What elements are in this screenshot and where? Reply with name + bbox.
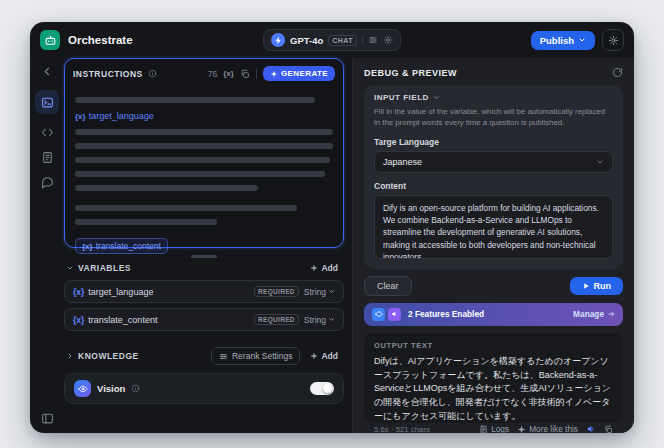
add-knowledge-button[interactable]: Add xyxy=(306,349,342,363)
debug-title: DEBUG & PREVIEW xyxy=(364,68,457,78)
plus-icon xyxy=(310,264,318,272)
skeleton-line xyxy=(75,219,217,225)
chevron-down-icon xyxy=(578,36,586,44)
add-label: Add xyxy=(321,263,338,273)
publish-button[interactable]: Publish xyxy=(531,31,595,50)
add-variable-button[interactable]: Add xyxy=(306,261,342,275)
generate-label: GENERATE xyxy=(281,69,328,78)
instructions-card: INSTRUCTIONS 76 {x} GENERATE xyxy=(64,58,344,248)
vision-toggle[interactable] xyxy=(310,382,334,395)
chevron-down-icon[interactable] xyxy=(66,264,74,272)
back-arrow-icon[interactable] xyxy=(41,65,54,78)
logs-button[interactable]: Logs xyxy=(479,424,509,433)
dify-logo-icon[interactable] xyxy=(40,30,60,50)
speaker-icon[interactable] xyxy=(586,424,596,433)
add-label: Add xyxy=(321,351,338,361)
generate-button[interactable]: GENERATE xyxy=(263,66,335,81)
insert-variable-icon[interactable]: {x} xyxy=(223,69,234,78)
variable-type-select[interactable]: String xyxy=(304,287,335,297)
chevron-down-icon xyxy=(433,94,440,101)
knowledge-actions: Rerank Settings Add xyxy=(211,347,342,365)
variable-type-select[interactable]: String xyxy=(304,315,335,325)
debug-actions: Clear Run xyxy=(364,276,623,296)
debug-header: DEBUG & PREVIEW xyxy=(364,67,623,78)
plus-icon xyxy=(310,352,318,360)
content-label: Content xyxy=(374,181,613,191)
input-field-title: INPUT FIELD xyxy=(374,93,429,102)
gear-icon xyxy=(608,35,619,46)
window-body: INSTRUCTIONS 76 {x} GENERATE xyxy=(30,58,634,433)
skeleton-line xyxy=(75,129,333,135)
document-icon xyxy=(41,151,54,164)
model-selector[interactable]: GPT-4o CHAT xyxy=(263,29,401,51)
variable-type: String xyxy=(304,315,326,325)
required-badge: REQUIRED xyxy=(254,314,299,325)
debug-panel: DEBUG & PREVIEW INPUT FIELD Fill in the … xyxy=(352,58,634,433)
variable-type: String xyxy=(304,287,326,297)
chevron-down-icon xyxy=(328,316,335,323)
more-like-this-button[interactable]: More like this xyxy=(517,424,578,433)
chevron-right-icon[interactable] xyxy=(66,352,74,360)
titlebar-actions: Publish xyxy=(531,29,624,51)
feature-vision-icon xyxy=(372,308,385,321)
divider xyxy=(362,35,363,45)
logs-label: Logs xyxy=(491,424,509,433)
target-language-select[interactable]: Japanese xyxy=(374,151,613,173)
skeleton-line xyxy=(75,205,297,211)
titlebar: Orchestrate GPT-4o CHAT Publish xyxy=(30,22,634,58)
variable-row-meta: REQUIRED String xyxy=(254,314,335,325)
variable-icon: {x} xyxy=(82,242,93,251)
terminal-icon xyxy=(41,96,54,109)
model-params-icon[interactable] xyxy=(368,35,378,45)
manage-features-button[interactable]: Manage xyxy=(573,309,615,319)
rerank-label: Rerank Settings xyxy=(232,351,292,361)
output-text: Difyは、AIアプリケーションを構築するためのオープンソースプラットフォームで… xyxy=(374,355,613,425)
app-settings-button[interactable] xyxy=(602,29,624,51)
sidebar-item-annotation[interactable] xyxy=(41,176,54,189)
prompt-editor[interactable]: {x} target_language {x} translate_conten… xyxy=(65,85,343,262)
expand-panel-icon[interactable] xyxy=(41,412,54,425)
required-badge: REQUIRED xyxy=(254,286,299,297)
copy-icon[interactable] xyxy=(604,425,613,433)
feature-speech-icon xyxy=(388,308,401,321)
manage-label: Manage xyxy=(573,309,604,319)
word-count: 76 xyxy=(208,69,217,79)
play-icon xyxy=(582,282,590,290)
sidebar-item-logs[interactable] xyxy=(41,151,54,164)
sidebar-item-orchestrate[interactable] xyxy=(35,90,59,114)
sparkle-icon xyxy=(517,425,526,433)
features-bar: 2 Features Enabled Manage xyxy=(364,303,623,326)
skeleton-line xyxy=(75,171,325,177)
output-footer: 5.6s · 521 chars Logs More like this xyxy=(374,424,613,433)
target-language-label: Targe Language xyxy=(374,137,613,147)
content-textarea[interactable]: Dify is an open-source platform for buil… xyxy=(374,195,613,259)
scroll-indicator[interactable] xyxy=(191,255,217,258)
clear-button[interactable]: Clear xyxy=(364,276,412,296)
run-button[interactable]: Run xyxy=(570,277,624,295)
divider xyxy=(256,69,257,79)
page-title: Orchestrate xyxy=(68,34,133,46)
instructions-header: INSTRUCTIONS 76 {x} GENERATE xyxy=(65,59,343,85)
model-settings-icon[interactable] xyxy=(383,35,393,45)
knowledge-header: KNOWLEDGE Rerank Settings Add xyxy=(64,340,344,370)
chevron-down-icon xyxy=(596,158,604,166)
input-field-card: INPUT FIELD Fill in the value of the var… xyxy=(364,85,623,269)
variable-row-target-language[interactable]: {x} target_language REQUIRED String xyxy=(64,280,344,303)
sidebar-item-api[interactable] xyxy=(41,126,54,139)
variable-icon: {x} xyxy=(73,315,84,325)
knowledge-title: KNOWLEDGE xyxy=(78,351,139,361)
copy-icon[interactable] xyxy=(240,69,250,79)
more-like-this-label: More like this xyxy=(529,424,578,433)
variable-row-translate-content[interactable]: {x} translate_content REQUIRED String xyxy=(64,308,344,331)
model-mode-badge: CHAT xyxy=(328,35,357,46)
info-icon xyxy=(148,69,157,78)
run-label: Run xyxy=(594,281,612,291)
output-card: OUTPUT TEXT Difyは、AIアプリケーションを構築するためのオープン… xyxy=(364,333,623,423)
input-field-description: Fill in the value of the variable, which… xyxy=(374,106,613,129)
refresh-icon[interactable] xyxy=(612,67,623,78)
vision-feature-row: Vision xyxy=(64,373,344,404)
rerank-settings-button[interactable]: Rerank Settings xyxy=(211,347,300,365)
inline-variable-target-language: {x} target_language xyxy=(75,111,333,121)
eye-icon xyxy=(74,380,91,397)
input-field-header[interactable]: INPUT FIELD xyxy=(374,93,613,102)
